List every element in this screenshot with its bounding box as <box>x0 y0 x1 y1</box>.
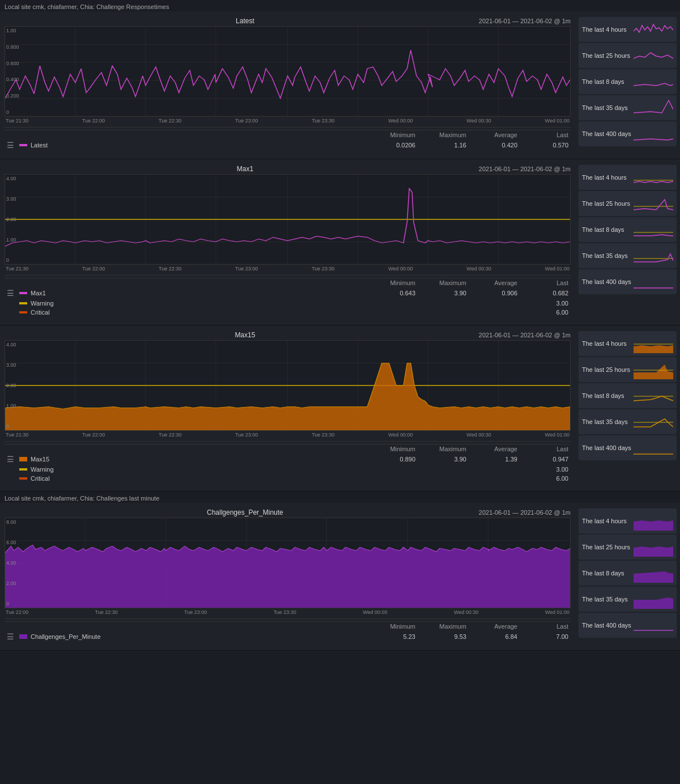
panel-cpm: Challgenges_Per_Minute 2021-06-01 — 2021… <box>0 503 680 651</box>
mini-label-4h-latest: The last 4 hours <box>582 26 627 33</box>
hamburger-icon-max1[interactable]: ☰ <box>7 289 16 298</box>
sidebar-item-8days-cpm[interactable]: The last 8 days <box>579 561 677 586</box>
legend-label-max1: Max1 <box>31 290 361 296</box>
legend-label-warning-max15: Warning <box>31 466 361 473</box>
svg-rect-45 <box>19 457 27 461</box>
legend-label-critical-max1: Critical <box>31 309 361 316</box>
legend-header-max15: Minimum Maximum Average Last <box>5 444 571 454</box>
legend-row-warning-max1: Warning 3.00 <box>5 299 571 308</box>
chart-cpm: 8.006.004.002.000 <box>5 518 571 608</box>
mini-spark-400d-max1 <box>634 272 673 291</box>
legend-icon-max1 <box>19 290 27 296</box>
sidebar-item-8days-max15[interactable]: The last 8 days <box>579 383 677 408</box>
sidebar-item-4hours-latest[interactable]: The last 4 hours <box>579 17 677 42</box>
legend-row-critical-max1: Critical 6.00 <box>5 308 571 317</box>
legend-icon-warning-max15 <box>19 467 27 472</box>
svg-marker-48 <box>634 345 673 353</box>
sidebar-item-8days-max1[interactable]: The last 8 days <box>579 217 677 242</box>
mini-label-4h-max1: The last 4 hours <box>582 174 627 181</box>
sidebar-item-4hours-cpm[interactable]: The last 4 hours <box>579 508 677 533</box>
mini-label-35d-latest: The last 35 days <box>582 104 628 111</box>
svg-rect-26 <box>19 302 27 304</box>
x-labels-cpm: Tue 22:00Tue 22:30Tue 23:00Tue 23:30Wed … <box>5 609 571 615</box>
mini-label-400d-cpm: The last 400 days <box>582 622 631 629</box>
chart-area-latest: Latest 2021-06-01 — 2021-06-02 @ 1m <box>0 15 575 155</box>
legend-row-max1: ☰ Max1 0.643 3.90 0.906 0.682 <box>5 287 571 299</box>
mini-label-35d-max15: The last 35 days <box>582 418 628 425</box>
svg-rect-47 <box>19 477 27 480</box>
mini-spark-4h-cpm <box>634 511 673 531</box>
section-title-1: Local site cmk, chiafarmer, Chia: Challe… <box>0 0 680 11</box>
mini-label-400d-max15: The last 400 days <box>582 444 631 451</box>
chart-max15: 4.003.002.001.000 <box>5 340 571 431</box>
mini-label-8d-cpm: The last 8 days <box>582 570 624 577</box>
mini-label-25h-max1: The last 25 hours <box>582 200 630 207</box>
panel-max1: Max1 2021-06-01 — 2021-06-02 @ 1m <box>0 159 680 325</box>
sidebar-max1: The last 4 hours The last 25 hours The l… <box>575 163 680 321</box>
svg-rect-27 <box>19 311 27 313</box>
sidebar-item-25hours-max1[interactable]: The last 25 hours <box>579 191 677 216</box>
mini-spark-4h-max1 <box>634 168 673 187</box>
sidebar-item-35days-max15[interactable]: The last 35 days <box>579 409 677 434</box>
legend-label-critical-max15: Critical <box>31 475 361 482</box>
mini-spark-25h-cpm <box>634 537 673 557</box>
chart-max1: 4.003.002.001.000 <box>5 174 571 265</box>
sidebar-item-4hours-max15[interactable]: The last 4 hours <box>579 331 677 356</box>
sidebar-item-400days-max1[interactable]: The last 400 days <box>579 269 677 294</box>
legend-label-cpm: Challgenges_Per_Minute <box>31 633 361 640</box>
sidebar-item-400days-max15[interactable]: The last 400 days <box>579 435 677 460</box>
sidebar-item-400days-cpm[interactable]: The last 400 days <box>579 613 677 638</box>
mini-label-25h-cpm: The last 25 hours <box>582 544 630 550</box>
sidebar-item-25hours-cpm[interactable]: The last 25 hours <box>579 535 677 560</box>
x-labels-latest: Tue 21:30Tue 22:00Tue 22:30Tue 23:00Tue … <box>5 118 571 124</box>
mini-label-8d-max15: The last 8 days <box>582 392 624 399</box>
sidebar-item-8days-latest[interactable]: The last 8 days <box>579 69 677 94</box>
mini-spark-25h-max1 <box>634 194 673 213</box>
legend-stats-critical-max1: 6.00 <box>364 309 568 316</box>
svg-marker-67 <box>634 546 673 557</box>
sidebar-item-35days-max1[interactable]: The last 35 days <box>579 243 677 268</box>
hamburger-icon-max15[interactable]: ☰ <box>7 455 16 464</box>
mini-spark-400d-latest <box>634 124 673 143</box>
sidebar-item-4hours-max1[interactable]: The last 4 hours <box>579 165 677 190</box>
legend-label-warning-max1: Warning <box>31 300 361 307</box>
chart-title-max1: Max1 <box>16 165 474 173</box>
mini-spark-8d-cpm <box>634 563 673 583</box>
legend-row-warning-max15: Warning 3.00 <box>5 465 571 474</box>
sidebar-cpm: The last 4 hours The last 25 hours The l… <box>575 506 680 647</box>
hamburger-icon-cpm[interactable]: ☰ <box>7 632 16 641</box>
mini-label-400d-latest: The last 400 days <box>582 130 631 137</box>
sidebar-max15: The last 4 hours The last 25 hours The l… <box>575 329 680 488</box>
panel-max15: Max15 2021-06-01 — 2021-06-02 @ 1m <box>0 325 680 491</box>
legend-icon-cpm <box>19 634 27 639</box>
svg-marker-69 <box>634 597 673 609</box>
mini-spark-400d-cpm <box>634 616 673 635</box>
svg-marker-68 <box>634 571 673 583</box>
mini-label-400d-max1: The last 400 days <box>582 278 631 285</box>
mini-label-25h-max15: The last 25 hours <box>582 366 630 373</box>
svg-rect-65 <box>19 634 27 639</box>
chart-date-cpm: 2021-06-01 — 2021-06-02 @ 1m <box>479 509 571 516</box>
legend-row-latest: ☰ Latest 0.0206 1.16 0.420 0.570 <box>5 139 571 151</box>
legend-stats-max1: 0.643 3.90 0.906 0.682 <box>364 290 568 296</box>
legend-header-latest: Minimum Maximum Average Last <box>5 130 571 139</box>
legend-row-max15: ☰ Max15 0.890 3.90 1.39 0.947 <box>5 454 571 465</box>
chart-title-latest: Latest <box>16 17 474 25</box>
legend-label-max15: Max15 <box>31 456 361 463</box>
svg-marker-64 <box>5 545 570 608</box>
sidebar-item-35days-cpm[interactable]: The last 35 days <box>579 587 677 612</box>
chart-title-max15: Max15 <box>16 331 474 339</box>
legend-icon-critical <box>19 310 27 315</box>
sidebar-item-400days-latest[interactable]: The last 400 days <box>579 121 677 146</box>
sidebar-item-25hours-max15[interactable]: The last 25 hours <box>579 357 677 382</box>
section-title-2: Local site cmk, chiafarmer, Chia: Challe… <box>0 491 680 503</box>
svg-rect-46 <box>19 468 27 471</box>
chart-area-max15: Max15 2021-06-01 — 2021-06-02 @ 1m <box>0 329 575 488</box>
mini-spark-4h-latest <box>634 20 673 39</box>
hamburger-icon-latest[interactable]: ☰ <box>7 141 16 150</box>
sidebar-item-35days-latest[interactable]: The last 35 days <box>579 95 677 120</box>
chart-area-cpm: Challgenges_Per_Minute 2021-06-01 — 2021… <box>0 506 575 647</box>
chart-title-cpm: Challgenges_Per_Minute <box>16 508 474 516</box>
chart-date-max1: 2021-06-01 — 2021-06-02 @ 1m <box>479 166 571 172</box>
sidebar-item-25hours-latest[interactable]: The last 25 hours <box>579 43 677 68</box>
